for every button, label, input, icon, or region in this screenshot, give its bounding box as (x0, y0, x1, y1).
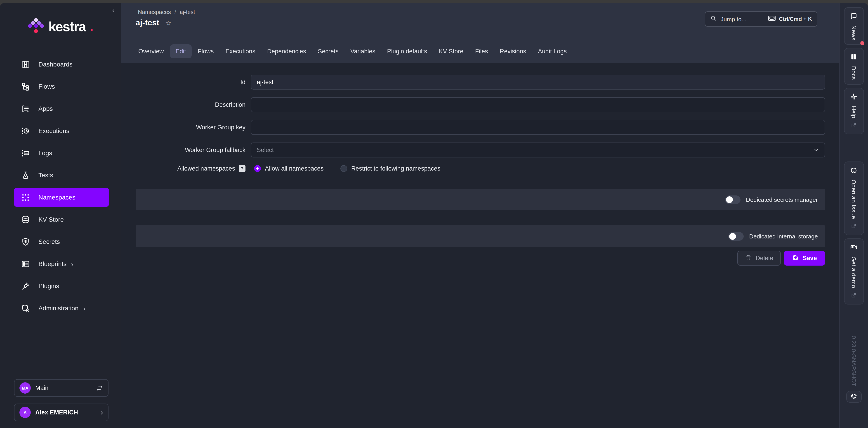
secrets-manager-toggle-label: Dedicated secrets manager (746, 196, 818, 203)
news-notification-dot (860, 41, 864, 46)
screen: ‹ kestra. (0, 0, 868, 428)
sidebar-item-apps[interactable]: Apps (14, 99, 109, 118)
select-placeholder: Select (257, 147, 274, 153)
sidebar-bottom: MA Main A Alex EMERICH › (14, 372, 108, 421)
kestra-logo-wordmark: kestra (49, 20, 86, 33)
allowed-namespaces-label-wrap: Allowed namespaces ? (135, 165, 246, 172)
app-version: 0.23.0-SNAPSHOT (839, 334, 868, 388)
sidebar-collapse-icon[interactable]: ‹ (112, 7, 114, 13)
executions-icon (21, 126, 30, 136)
worker-group-key-label: Worker Group key (135, 124, 246, 131)
user-avatar: A (20, 407, 31, 418)
user-chevron-right-icon: › (101, 408, 103, 416)
tab-audit-logs[interactable]: Audit Logs (532, 44, 572, 58)
tab-flows[interactable]: Flows (192, 44, 219, 58)
radio-restrict-namespaces[interactable]: Restrict to following namespaces (340, 165, 440, 172)
sidebar-item-blueprints[interactable]: Blueprints › (14, 254, 109, 273)
theme-toggle-button[interactable] (846, 391, 862, 403)
worker-group-fallback-select[interactable]: Select (251, 143, 825, 158)
tab-kv-store[interactable]: KV Store (434, 44, 469, 58)
sidebar-item-logs[interactable]: Logs (14, 143, 109, 163)
tab-edit[interactable]: Edit (170, 44, 192, 58)
tab-revisions[interactable]: Revisions (494, 44, 532, 58)
search-placeholder: Jump to... (721, 16, 768, 22)
tab-files[interactable]: Files (470, 44, 493, 58)
search-icon (710, 15, 717, 23)
tab-variables[interactable]: Variables (345, 44, 381, 58)
jump-to-search[interactable]: Jump to... Ctrl/Cmd + K (705, 11, 817, 27)
sidebar-item-administration[interactable]: Administration › (14, 298, 109, 318)
moon-stars-icon (850, 393, 857, 401)
tab-secrets[interactable]: Secrets (312, 44, 344, 58)
sidebar-item-secrets[interactable]: Secrets (14, 232, 109, 251)
internal-storage-toggle-label: Dedicated internal storage (749, 233, 818, 239)
worker-group-fallback-label: Worker Group fallback (135, 147, 246, 153)
description-label: Description (135, 101, 246, 108)
open-issue-button[interactable]: Open an Issue (844, 162, 864, 235)
right-rail: News Docs Help (839, 3, 868, 428)
tenant-selector[interactable]: MA Main (14, 379, 108, 397)
sidebar-item-kv-store[interactable]: KV Store (14, 210, 109, 229)
radio-allow-all-namespaces[interactable]: Allow all namespaces (254, 165, 324, 172)
left-sidebar: ‹ kestra. (0, 3, 121, 428)
save-button[interactable]: Save (784, 251, 825, 265)
main-column: Namespaces / aj-test aj-test ☆ Jump to..… (121, 3, 839, 428)
external-link-icon (851, 292, 857, 300)
dedicated-secrets-manager-toggle[interactable] (725, 195, 741, 204)
blueprints-chevron-right-icon: › (71, 260, 73, 267)
help-button[interactable]: Help (844, 88, 864, 134)
breadcrumb-current: aj-test (180, 9, 195, 16)
page-title: aj-test (135, 18, 159, 28)
user-menu[interactable]: A Alex EMERICH › (14, 404, 108, 421)
radio-selected-icon (254, 165, 261, 172)
video-icon (850, 244, 858, 253)
dedicated-internal-storage-toggle[interactable] (728, 232, 744, 240)
description-input[interactable] (251, 97, 825, 112)
delete-button[interactable]: Delete (738, 251, 781, 265)
sidebar-item-namespaces[interactable]: Namespaces (14, 188, 109, 207)
kv-store-icon (21, 215, 30, 224)
tab-executions[interactable]: Executions (220, 44, 261, 58)
administration-icon (21, 303, 30, 313)
sidebar-item-executions[interactable]: Executions (14, 121, 109, 140)
help-icon[interactable]: ? (239, 165, 246, 172)
news-icon (850, 12, 858, 22)
dashboards-icon (21, 59, 30, 69)
tab-plugin-defaults[interactable]: Plugin defaults (381, 44, 432, 58)
breadcrumb-namespaces-link[interactable]: Namespaces (138, 9, 171, 16)
get-demo-button[interactable]: Get a demo (844, 239, 864, 305)
kestra-logo[interactable]: kestra. (0, 15, 121, 38)
kestra-logo-mark-icon (28, 16, 44, 37)
page-header: Namespaces / aj-test aj-test ☆ Jump to..… (121, 3, 839, 39)
github-icon (850, 167, 858, 176)
favorite-star-icon[interactable]: ☆ (165, 19, 171, 27)
namespaces-icon (21, 193, 30, 202)
toggle-knob (729, 233, 736, 239)
sidebar-item-tests[interactable]: Tests (14, 166, 109, 184)
tab-dependencies[interactable]: Dependencies (262, 44, 312, 58)
edit-form: Id Description Worker Group key Worker G… (121, 63, 839, 428)
user-name: Alex EMERICH (35, 409, 101, 416)
trash-icon (745, 254, 752, 262)
save-icon (792, 254, 799, 262)
external-link-icon (851, 223, 857, 231)
worker-group-key-input[interactable] (251, 120, 825, 135)
sidebar-item-dashboards[interactable]: Dashboards (14, 55, 109, 74)
tab-overview[interactable]: Overview (133, 44, 169, 58)
docs-button[interactable]: Docs (844, 48, 864, 85)
id-input[interactable] (251, 75, 825, 90)
radio-unselected-icon (340, 165, 347, 172)
docs-icon (850, 53, 858, 63)
internal-storage-row: Dedicated internal storage (135, 225, 825, 247)
sidebar-item-flows[interactable]: Flows (14, 77, 109, 96)
app: ‹ kestra. (0, 3, 868, 428)
allowed-namespaces-label: Allowed namespaces (178, 165, 235, 172)
external-link-icon (851, 122, 857, 130)
secrets-icon (21, 237, 30, 246)
keyboard-icon (768, 16, 776, 23)
section-divider-2 (135, 218, 825, 218)
news-button[interactable]: News (844, 7, 864, 45)
section-divider (135, 180, 825, 180)
sidebar-item-plugins[interactable]: Plugins (14, 277, 109, 295)
tab-bar: Overview Edit Flows Executions Dependenc… (121, 39, 839, 63)
